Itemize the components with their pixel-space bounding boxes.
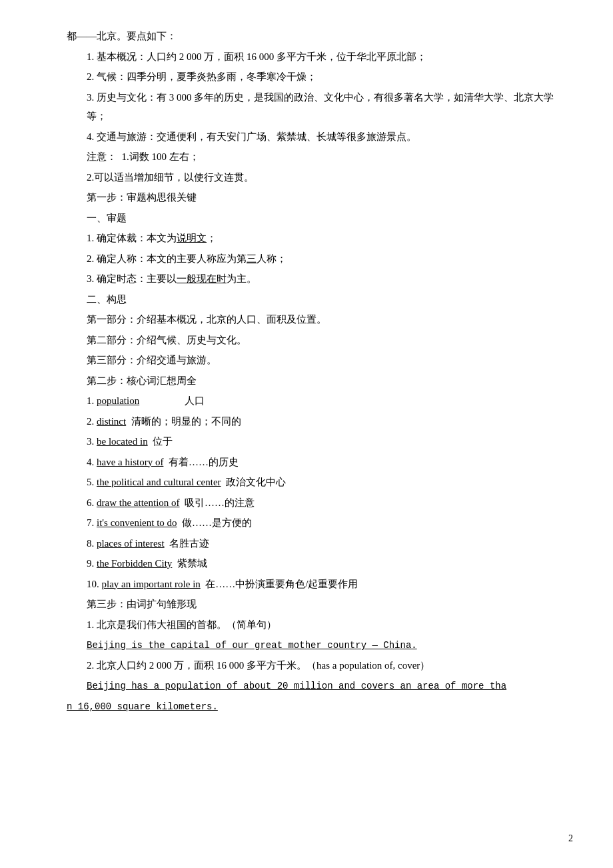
item-num: 2. bbox=[87, 71, 94, 82]
vocab-english: places of interest bbox=[97, 538, 165, 549]
list-item: 3. 历史与文化：有 3 000 多年的历史，是我国的政治、文化中心，有很多著名… bbox=[87, 88, 560, 126]
vocab-english: population bbox=[97, 395, 139, 406]
vocab-english: distinct bbox=[97, 416, 126, 427]
step2-title: 第二步：核心词汇想周全 bbox=[87, 371, 560, 391]
item-num: 1. bbox=[87, 51, 94, 62]
vocab-num: 7. bbox=[87, 517, 97, 528]
section1-title: 一、审题 bbox=[87, 209, 560, 228]
expand-num: 2. bbox=[87, 660, 94, 671]
expand-item-1-en: Beijing is the capital of our great moth… bbox=[87, 635, 560, 655]
list-item: 2. 气候：四季分明，夏季炎热多雨，冬季寒冷干燥； bbox=[87, 67, 560, 87]
vocab-item-9: 9. the Forbidden City 紫禁城 bbox=[87, 554, 560, 573]
vocab-chinese: 名胜古迹 bbox=[169, 538, 209, 549]
vocab-item-1: 1. population 人口 bbox=[87, 391, 560, 411]
page-number: 2 bbox=[568, 830, 573, 848]
vocab-chinese: 有着……的历史 bbox=[169, 457, 239, 467]
vocab-spaces bbox=[139, 395, 185, 406]
vocab-num: 6. bbox=[87, 497, 97, 508]
vocab-item-6: 6. draw the attention of 吸引……的注意 bbox=[87, 493, 560, 513]
section2-title: 二、构思 bbox=[87, 290, 560, 309]
vocab-chinese: 人口 bbox=[185, 395, 205, 406]
item-text: 气候：四季分明，夏季炎热多雨，冬季寒冷干燥； bbox=[97, 71, 316, 82]
list-item: 4. 交通与旅游：交通便利，有天安门广场、紫禁城、长城等很多旅游景点。 bbox=[87, 127, 560, 147]
vocab-num: 4. bbox=[87, 457, 97, 467]
step1-title: 第一步：审题构思很关键 bbox=[87, 188, 560, 207]
review-item-2: 2. 确定人称：本文的主要人称应为第三人称； bbox=[87, 249, 560, 269]
vocab-item-4: 4. have a history of 有着……的历史 bbox=[87, 453, 560, 472]
vocab-english: it's convenient to do bbox=[97, 517, 177, 528]
expand-num: 1. bbox=[87, 619, 94, 630]
structure-item-1: 第一部分：介绍基本概况，北京的人口、面积及位置。 bbox=[87, 310, 560, 329]
vocab-item-10: 10. play an important role in 在……中扮演重要角色… bbox=[87, 575, 560, 594]
vocab-english: draw the attention of bbox=[97, 497, 180, 508]
item-num: 4. bbox=[87, 131, 94, 142]
vocab-item-2: 2. distinct 清晰的；明显的；不同的 bbox=[87, 412, 560, 431]
list-item: 1. 基本概况：人口约 2 000 万，面积 16 000 多平方千米，位于华北… bbox=[87, 47, 560, 67]
vocab-english: be located in bbox=[97, 436, 148, 447]
structure-items: 第一部分：介绍基本概况，北京的人口、面积及位置。 第二部分：介绍气候、历史与文化… bbox=[67, 310, 560, 370]
item-text: 基本概况：人口约 2 000 万，面积 16 000 多平方千米，位于华北平原北… bbox=[97, 51, 426, 62]
vocab-num: 10. bbox=[87, 579, 102, 589]
step3-title: 第三步：由词扩句雏形现 bbox=[87, 595, 560, 614]
vocab-item-3: 3. be located in 位于 bbox=[87, 432, 560, 451]
vocab-num: 9. bbox=[87, 558, 97, 569]
vocab-chinese: 位于 bbox=[153, 436, 173, 447]
vocab-english: have a history of bbox=[97, 457, 163, 467]
vocab-num: 2. bbox=[87, 416, 97, 427]
note-label: 注意： 1.词数 100 左右； bbox=[87, 147, 560, 167]
structure-item-2: 第二部分：介绍气候、历史与文化。 bbox=[87, 331, 560, 350]
vocab-num: 1. bbox=[87, 395, 97, 406]
item-text: 交通与旅游：交通便利，有天安门广场、紫禁城、长城等很多旅游景点。 bbox=[97, 131, 416, 142]
page-content: 都——北京。要点如下： 1. 基本概况：人口约 2 000 万，面积 16 00… bbox=[67, 27, 560, 715]
vocab-chinese: 吸引……的注意 bbox=[185, 497, 255, 508]
vocab-chinese: 清晰的；明显的；不同的 bbox=[131, 416, 241, 427]
vocab-chinese: 政治文化中心 bbox=[226, 477, 286, 487]
expand-item-2-en-line2: n 16,000 square kilometers. bbox=[67, 697, 560, 716]
vocab-chinese: 紫禁城 bbox=[177, 558, 207, 569]
vocab-num: 3. bbox=[87, 436, 97, 447]
item-text: 历史与文化：有 3 000 多年的历史，是我国的政治、文化中心，有很多著名大学，… bbox=[87, 92, 554, 122]
structure-item-3: 第三部分：介绍交通与旅游。 bbox=[87, 351, 560, 370]
expand-item-2-en-line1: Beijing has a population of about 20 mil… bbox=[87, 676, 560, 695]
vocab-english: the Forbidden City bbox=[97, 558, 172, 569]
vocab-item-7: 7. it's convenient to do 做……是方便的 bbox=[87, 513, 560, 533]
expand-item-1-cn: 1. 北京是我们伟大祖国的首都。（简单句） bbox=[87, 615, 560, 635]
vocab-english: play an important role in bbox=[102, 579, 201, 589]
note-section: 注意： 1.词数 100 左右； 2.可以适当增加细节，以使行文连贯。 bbox=[67, 147, 560, 187]
vocab-num: 5. bbox=[87, 477, 97, 487]
vocab-chinese: 在……中扮演重要角色/起重要作用 bbox=[205, 579, 358, 589]
vocab-english: the political and cultural center bbox=[97, 477, 221, 487]
review-item-3: 3. 确定时态：主要以一般现在时为主。 bbox=[87, 269, 560, 289]
vocab-num: 8. bbox=[87, 538, 97, 549]
vocab-item-5: 5. the political and cultural center 政治文… bbox=[87, 473, 560, 492]
item-num: 3. bbox=[87, 92, 94, 103]
review-items: 1. 确定体裁：本文为说明文； 2. 确定人称：本文的主要人称应为第三人称； 3… bbox=[67, 229, 560, 289]
vocab-chinese: 做……是方便的 bbox=[182, 517, 252, 528]
expand-item-2-cn: 2. 北京人口约 2 000 万，面积 16 000 多平方千米。（has a … bbox=[87, 656, 560, 675]
note-item-2: 2.可以适当增加细节，以使行文连贯。 bbox=[87, 168, 560, 187]
vocab-item-8: 8. places of interest 名胜古迹 bbox=[87, 534, 560, 553]
expand-items: 1. 北京是我们伟大祖国的首都。（简单句） Beijing is the cap… bbox=[67, 615, 560, 716]
vocab-list: 1. population 人口 2. distinct 清晰的；明显的；不同的… bbox=[67, 391, 560, 593]
main-items-list: 1. 基本概况：人口约 2 000 万，面积 16 000 多平方千米，位于华北… bbox=[67, 47, 560, 147]
review-item-1: 1. 确定体裁：本文为说明文； bbox=[87, 229, 560, 248]
header-text: 都——北京。要点如下： bbox=[67, 27, 560, 46]
